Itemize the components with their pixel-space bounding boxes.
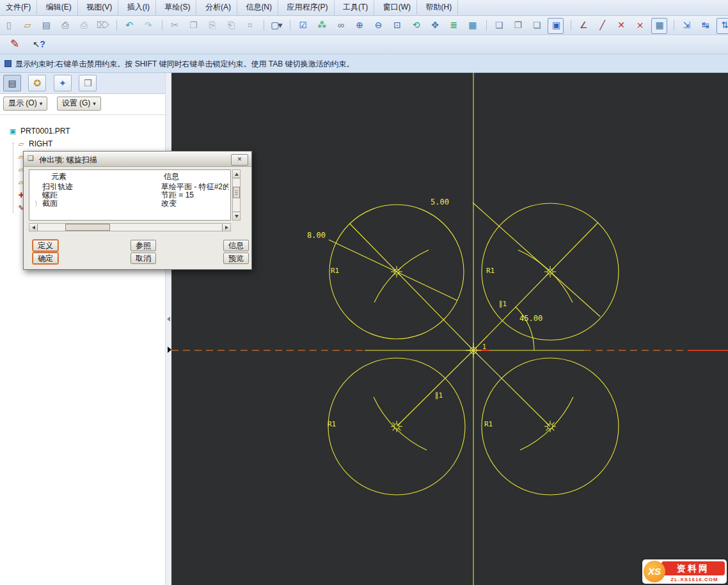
menu-sketch[interactable]: 草绘(S): [159, 0, 196, 15]
line-tool-icon[interactable]: ╱: [594, 18, 609, 33]
menu-file[interactable]: 文件(F): [0, 0, 37, 15]
delete-segment-icon[interactable]: ⌗: [242, 18, 257, 33]
context-help-icon[interactable]: ↖?: [31, 36, 47, 52]
close-button[interactable]: ✕: [231, 154, 248, 166]
menu-bar: 文件(F) 编辑(E) 视图(V) 插入(I) 草绘(S) 分析(A) 信息(N…: [0, 0, 728, 16]
settings-dropdown[interactable]: 设置 (G)▾: [57, 97, 101, 111]
main-toolbar: ▯ ▱ ▤ ⎙ ⎙ ⌦ ↶ ↷ ✂ ❐ ⎘ ⎗ ⌗ ▢▾ ☑ ⁂: [0, 16, 728, 35]
element-list-header: 元素 信息: [29, 170, 230, 183]
radius-constraint-tl[interactable]: R1: [331, 267, 339, 275]
menu-edit[interactable]: 编辑(E): [40, 0, 78, 15]
tree-item-part[interactable]: ▣PRT0001.PRT: [0, 125, 165, 137]
vertical-scrollbar[interactable]: [232, 169, 241, 221]
save-icon[interactable]: ▤: [38, 18, 53, 33]
preview-button[interactable]: 预览: [223, 253, 249, 264]
favorites-tab[interactable]: ✦: [54, 75, 72, 91]
radius-constraint-br[interactable]: R1: [484, 420, 493, 428]
vertex-display-icon[interactable]: ⁂: [314, 18, 329, 33]
fit-width-icon[interactable]: ↹: [697, 18, 712, 33]
scroll-down-icon[interactable]: [233, 212, 240, 220]
horizontal-scrollbar[interactable]: [29, 223, 231, 231]
dimension-8[interactable]: 8.00: [307, 231, 326, 240]
orient-icon[interactable]: ✥: [427, 18, 442, 33]
menu-window[interactable]: 窗口(W): [377, 0, 417, 15]
graphics-canvas[interactable]: 5.00 8.00 45.00 R1 R1 R1 R1 ∥1 ∥1 1 XS 资…: [171, 72, 728, 585]
refit-icon[interactable]: ⟲: [408, 18, 423, 33]
scroll-up-icon[interactable]: [233, 170, 240, 178]
scroll-left-icon[interactable]: [29, 224, 38, 231]
element-info: 节距 = 15: [161, 191, 229, 199]
collapse-left-icon[interactable]: [167, 316, 170, 322]
select-items-icon[interactable]: ▢▾: [269, 18, 283, 33]
sketch-geometry[interactable]: [171, 72, 728, 585]
part-icon: ▣: [8, 125, 17, 137]
cursor-arrow-icon: ↖: [33, 40, 40, 49]
fit-screen-icon[interactable]: ⇲: [679, 18, 693, 33]
paste-special-icon[interactable]: ⎗: [223, 18, 238, 33]
erase-icon[interactable]: ⌦: [95, 18, 109, 33]
expander-icon[interactable]: 〉: [35, 199, 41, 208]
window-tile-icon[interactable]: ❐: [510, 18, 525, 33]
element-row[interactable]: 〉 截面 改变: [29, 199, 230, 208]
main-area: ▤ ✪ ✦ ❒ 显示 (O)▾ 设置 (G)▾ ▣PRT000: [0, 72, 728, 585]
menu-applications[interactable]: 应用程序(P): [281, 0, 335, 15]
element-row[interactable]: 扫引轨迹 草绘平面 - 特征#2的: [29, 183, 230, 191]
dimension-45[interactable]: 45.00: [519, 314, 542, 323]
info-button[interactable]: 信息: [223, 240, 249, 251]
menu-view[interactable]: 视图(V): [81, 0, 118, 15]
window-cascade-icon[interactable]: ❏: [491, 18, 506, 33]
fit-selected-icon[interactable]: ⇅: [716, 18, 728, 34]
parallel-constraint-bottom[interactable]: ∥1: [435, 391, 443, 400]
scroll-right-icon[interactable]: [222, 224, 230, 231]
show-dropdown-label: 显示 (O): [8, 98, 37, 107]
tree-item-right-plane[interactable]: ▱RIGHT: [0, 137, 165, 150]
sketcher-mode-icon[interactable]: ✎: [6, 36, 23, 52]
print-preview-icon[interactable]: ⎙: [76, 18, 91, 33]
undo-icon[interactable]: ↶: [122, 18, 136, 33]
zoom-in-icon[interactable]: ⊕: [352, 18, 367, 33]
trim-x-icon[interactable]: ⨯: [632, 18, 647, 33]
menu-help[interactable]: 帮助(H): [420, 0, 459, 15]
paste-icon[interactable]: ⎘: [205, 18, 219, 33]
model-info-icon[interactable]: ▦: [464, 18, 479, 33]
scroll-thumb[interactable]: [65, 224, 110, 231]
cancel-button[interactable]: 取消: [131, 253, 156, 264]
grid-display-icon[interactable]: ▦: [651, 18, 667, 34]
connections-tab[interactable]: ❒: [79, 75, 97, 91]
layers-icon[interactable]: ≣: [446, 18, 461, 33]
element-row[interactable]: 螺距 节距 = 15: [29, 191, 230, 199]
new-file-icon[interactable]: ▯: [1, 18, 15, 33]
delete-x-icon[interactable]: ✕: [613, 18, 628, 33]
zoom-window-icon[interactable]: ⊡: [390, 18, 404, 33]
menu-tools[interactable]: 工具(T): [337, 0, 374, 15]
scroll-thumb[interactable]: [233, 187, 240, 198]
redo-icon[interactable]: ↷: [140, 18, 155, 33]
dimension-5[interactable]: 5.00: [431, 198, 449, 207]
model-tree-panel: ▤ ✪ ✦ ❒ 显示 (O)▾ 设置 (G)▾ ▣PRT000: [0, 72, 165, 585]
window-active-icon[interactable]: ▣: [548, 18, 564, 34]
parallel-constraint-top[interactable]: ∥1: [499, 300, 507, 308]
model-tree-tab[interactable]: ▤: [3, 75, 21, 91]
sketch-entities[interactable]: [328, 72, 619, 585]
show-dropdown[interactable]: 显示 (O)▾: [3, 97, 47, 111]
cut-icon[interactable]: ✂: [167, 18, 182, 33]
constraint-display-icon[interactable]: ☑: [295, 18, 310, 33]
window-new-icon[interactable]: ❏: [529, 18, 544, 33]
menu-info[interactable]: 信息(N): [240, 0, 278, 15]
menu-analysis[interactable]: 分析(A): [200, 0, 237, 15]
menu-insert[interactable]: 插入(I): [122, 0, 156, 15]
ok-button[interactable]: 确定: [33, 253, 58, 264]
dialog-title-bar[interactable]: ❏ 伸出项: 螺旋扫描 ✕: [24, 152, 251, 167]
define-button[interactable]: 定义: [33, 240, 58, 251]
radius-constraint-tr[interactable]: R1: [486, 267, 495, 275]
open-file-icon[interactable]: ▱: [19, 18, 34, 33]
watermark: XS 资料网 ZL.XS1616.COM: [642, 559, 727, 584]
references-button[interactable]: 参照: [131, 240, 156, 251]
copy-icon[interactable]: ❐: [186, 18, 200, 33]
folder-browser-tab[interactable]: ✪: [28, 75, 46, 91]
corner-tool-icon[interactable]: ∠: [576, 18, 590, 33]
zoom-out-icon[interactable]: ⊖: [370, 18, 385, 33]
radius-constraint-bl[interactable]: R1: [328, 420, 336, 428]
print-icon[interactable]: ⎙: [57, 18, 72, 33]
spec-display-icon[interactable]: ∞: [333, 18, 347, 33]
